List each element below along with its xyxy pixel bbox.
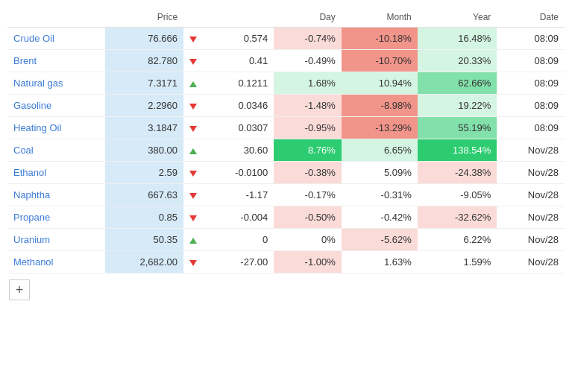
commodity-day: -1.00% [274, 251, 342, 274]
commodity-price: 380.00 [105, 139, 183, 162]
commodity-year: -32.62% [418, 206, 497, 229]
commodity-name[interactable]: Ethanol [7, 162, 105, 184]
commodity-day: -0.74% [274, 28, 342, 50]
arrow-down-icon [189, 171, 197, 177]
commodity-direction [183, 162, 203, 184]
commodity-direction [183, 95, 203, 117]
commodity-date: 08:09 [497, 117, 565, 139]
commodity-date: Nov/28 [497, 139, 565, 162]
commodity-change: -0.004 [203, 206, 274, 229]
commodity-year: 1.59% [418, 251, 497, 274]
commodity-year: 138.54% [418, 139, 497, 162]
commodity-direction [183, 72, 203, 95]
commodity-direction [183, 28, 203, 50]
commodity-date: 08:09 [497, 50, 565, 72]
commodity-price: 3.1847 [105, 117, 183, 139]
header-arrow-spacer [183, 7, 203, 28]
commodity-name[interactable]: Gasoline [7, 95, 105, 117]
commodity-price: 667.63 [105, 184, 183, 206]
commodity-direction [183, 117, 203, 139]
commodity-year: -9.05% [418, 184, 497, 206]
commodity-day: -0.17% [274, 184, 342, 206]
table-row: Ethanol2.59-0.0100-0.38%5.09%-24.38%Nov/… [7, 162, 565, 184]
header-year: Year [418, 7, 497, 28]
commodity-change: -0.0100 [203, 162, 274, 184]
commodity-month: -0.42% [342, 206, 418, 229]
commodity-direction [183, 184, 203, 206]
arrow-up-icon [189, 148, 197, 154]
table-row: Gasoline2.29600.0346-1.48%-8.98%19.22%08… [7, 95, 565, 117]
commodity-direction [183, 206, 203, 229]
commodity-year: -24.38% [418, 162, 497, 184]
commodity-day: 1.68% [274, 72, 342, 95]
commodity-day: 0% [274, 229, 342, 251]
arrow-down-icon [189, 104, 197, 110]
commodity-name[interactable]: Coal [7, 139, 105, 162]
commodity-name[interactable]: Uranium [7, 229, 105, 251]
header-change-spacer [203, 7, 274, 28]
commodity-date: 08:09 [497, 72, 565, 95]
commodity-change: -1.17 [203, 184, 274, 206]
commodity-price: 76.666 [105, 28, 183, 50]
commodity-direction [183, 229, 203, 251]
table-row: Naphtha667.63-1.17-0.17%-0.31%-9.05%Nov/… [7, 184, 565, 206]
table-row: Uranium50.3500%-5.62%6.22%Nov/28 [7, 229, 565, 251]
arrow-up-icon [189, 238, 197, 244]
commodity-date: 08:09 [497, 28, 565, 50]
commodity-name[interactable]: Natural gas [7, 72, 105, 95]
arrow-down-icon [189, 126, 197, 132]
commodity-change: 0.0307 [203, 117, 274, 139]
header-day: Day [274, 7, 342, 28]
table-row: Heating Oil3.18470.0307-0.95%-13.29%55.1… [7, 117, 565, 139]
header-price: Price [105, 7, 183, 28]
commodity-month: 10.94% [342, 72, 418, 95]
table-row: Coal380.0030.608.76%6.65%138.54%Nov/28 [7, 139, 565, 162]
commodity-month: -0.31% [342, 184, 418, 206]
commodity-name[interactable]: Propane [7, 206, 105, 229]
commodity-direction [183, 50, 203, 72]
commodity-price: 7.3171 [105, 72, 183, 95]
commodity-change: 30.60 [203, 139, 274, 162]
commodity-month: -5.62% [342, 229, 418, 251]
commodity-price: 2.59 [105, 162, 183, 184]
header-month: Month [342, 7, 418, 28]
commodity-direction [183, 251, 203, 274]
commodity-name[interactable]: Naphtha [7, 184, 105, 206]
commodity-month: -10.70% [342, 50, 418, 72]
commodities-table-container: Price Day Month Year Date Crude Oil76.66… [0, 0, 572, 308]
commodity-day: -0.95% [274, 117, 342, 139]
commodity-name[interactable]: Brent [7, 50, 105, 72]
add-row-button[interactable]: + [9, 279, 30, 300]
commodity-year: 62.66% [418, 72, 497, 95]
commodity-price: 2.2960 [105, 95, 183, 117]
commodity-date: Nov/28 [497, 206, 565, 229]
commodity-month: -8.98% [342, 95, 418, 117]
commodity-change: 0.41 [203, 50, 274, 72]
arrow-down-icon [189, 260, 197, 266]
commodity-name[interactable]: Crude Oil [7, 28, 105, 50]
commodity-date: Nov/28 [497, 184, 565, 206]
commodity-date: Nov/28 [497, 251, 565, 274]
commodity-day: -0.50% [274, 206, 342, 229]
commodity-price: 50.35 [105, 229, 183, 251]
commodity-month: 1.63% [342, 251, 418, 274]
commodity-date: Nov/28 [497, 229, 565, 251]
commodity-name[interactable]: Heating Oil [7, 117, 105, 139]
arrow-up-icon [189, 81, 197, 87]
table-row: Brent82.7800.41-0.49%-10.70%20.33%08:09 [7, 50, 565, 72]
arrow-down-icon [189, 215, 197, 221]
commodity-price: 2,682.00 [105, 251, 183, 274]
commodity-name[interactable]: Methanol [7, 251, 105, 274]
commodity-change: 0 [203, 229, 274, 251]
table-row: Natural gas7.31710.12111.68%10.94%62.66%… [7, 72, 565, 95]
commodity-price: 0.85 [105, 206, 183, 229]
arrow-down-icon [189, 59, 197, 65]
commodity-year: 55.19% [418, 117, 497, 139]
commodity-price: 82.780 [105, 50, 183, 72]
header-date: Date [497, 7, 565, 28]
header-name [7, 7, 105, 28]
commodity-month: -13.29% [342, 117, 418, 139]
commodity-date: Nov/28 [497, 162, 565, 184]
commodity-year: 16.48% [418, 28, 497, 50]
table-row: Propane0.85-0.004-0.50%-0.42%-32.62%Nov/… [7, 206, 565, 229]
